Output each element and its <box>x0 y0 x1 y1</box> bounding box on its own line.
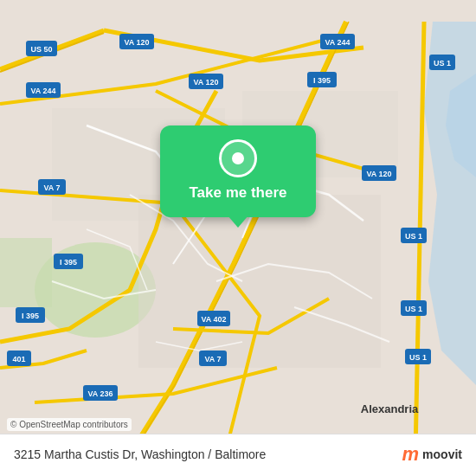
map-container: US 50 VA 120 VA 244 US 1 VA 244 VA 120 I… <box>0 0 476 476</box>
moovit-logo: m moovit <box>402 443 462 466</box>
svg-text:US 1: US 1 <box>409 353 427 362</box>
svg-text:VA 120: VA 120 <box>366 170 391 178</box>
road-network: US 50 VA 120 VA 244 US 1 VA 244 VA 120 I… <box>0 0 476 476</box>
svg-text:VA 120: VA 120 <box>124 38 149 47</box>
svg-text:401: 401 <box>12 355 25 363</box>
svg-point-0 <box>35 242 156 338</box>
svg-text:VA 244: VA 244 <box>325 38 350 47</box>
svg-text:VA 236: VA 236 <box>87 389 113 398</box>
svg-text:VA 7: VA 7 <box>43 183 60 192</box>
take-me-there-button[interactable]: Take me there <box>189 184 286 202</box>
svg-text:Alexandria: Alexandria <box>361 402 419 415</box>
svg-text:I 395: I 395 <box>313 76 331 85</box>
bottom-bar: 3215 Martha Custis Dr, Washington / Balt… <box>0 434 476 476</box>
svg-text:US 50: US 50 <box>30 45 52 54</box>
moovit-brand-text: moovit <box>422 447 462 461</box>
svg-text:US 1: US 1 <box>434 59 451 68</box>
svg-text:US 1: US 1 <box>405 232 422 241</box>
address-text: 3215 Martha Custis Dr, Washington / Balt… <box>14 447 266 461</box>
svg-text:US 1: US 1 <box>405 305 422 313</box>
svg-text:I 395: I 395 <box>60 258 77 267</box>
svg-text:VA 7: VA 7 <box>204 355 221 363</box>
svg-text:VA 120: VA 120 <box>193 78 218 87</box>
svg-rect-1 <box>0 238 52 307</box>
attribution: © OpenStreetMap contributors <box>7 418 132 431</box>
moovit-m-icon: m <box>402 443 420 466</box>
svg-text:VA 402: VA 402 <box>201 315 226 324</box>
popup-card[interactable]: Take me there <box>160 125 316 217</box>
svg-text:I 395: I 395 <box>22 312 39 320</box>
pin-dot <box>232 152 244 164</box>
svg-text:VA 244: VA 244 <box>30 87 55 95</box>
location-pin <box>219 139 257 177</box>
